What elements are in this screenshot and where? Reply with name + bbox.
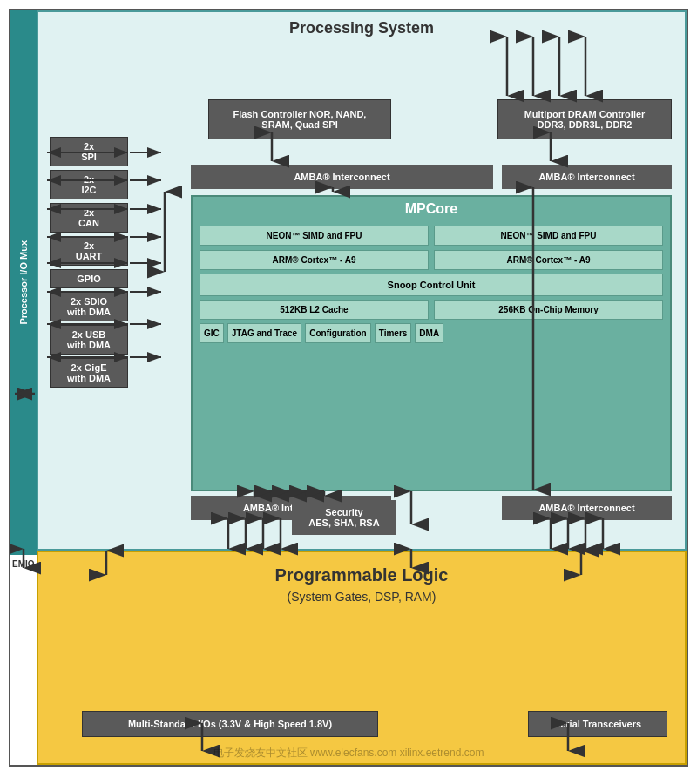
io-mux-label: Processor I/O Mux (18, 240, 29, 325)
watermark: 电子发烧友中文社区 www.elecfans.com xilinx.eetren… (213, 746, 484, 760)
programmable-logic-container: Programmable Logic (System Gates, DSP, R… (37, 551, 687, 765)
cortex-row: ARM® Cortex™ - A9 ARM® Cortex™ - A9 (200, 250, 663, 270)
uart-block: 2xUART (50, 236, 128, 266)
peripheral-column: 2xSPI 2xI2C 2xCAN 2xUART GPIO 2x SDIOwit… (50, 137, 128, 388)
cpu1-neon: NEON™ SIMD and FPU (434, 226, 663, 246)
config-block: Configuration (305, 323, 371, 343)
flash-controller-block: Flash Controller NOR, NAND, SRAM, Quad S… (208, 99, 391, 139)
onchip-memory: 256KB On-Chip Memory (434, 300, 663, 320)
neon-row: NEON™ SIMD and FPU NEON™ SIMD and FPU (200, 226, 663, 246)
processor-io-mux: Processor I/O Mux (10, 10, 37, 555)
gic-block: GIC (200, 323, 224, 343)
timers-block: Timers (375, 323, 412, 343)
cpu0-cortex: ARM® Cortex™ - A9 (200, 250, 429, 270)
gpio-block: GPIO (50, 269, 128, 288)
main-diagram: Processing System Flash Controller NOR, … (9, 9, 688, 767)
l2-cache: 512KB L2 Cache (200, 300, 429, 320)
cpu0-neon: NEON™ SIMD and FPU (200, 226, 429, 246)
i2c-block: 2xI2C (50, 170, 128, 199)
spi-block: 2xSPI (50, 137, 128, 166)
gige-block: 2x GigEwith DMA (50, 358, 128, 388)
processing-system-title: Processing System (38, 12, 685, 44)
multi-standard-io-block: Multi-Standard I/Os (3.3V & High Speed 1… (82, 711, 378, 737)
cache-row: 512KB L2 Cache 256KB On-Chip Memory (200, 300, 663, 320)
programmable-logic-subtitle: (System Gates, DSP, RAM) (38, 590, 685, 604)
misc-row: GIC JTAG and Trace Configuration Timers … (200, 323, 663, 343)
amba-interconnect-top-right: AMBA® Interconnect (502, 165, 672, 189)
mpcore-title: MPCore (193, 197, 670, 221)
mpcore-container: MPCore NEON™ SIMD and FPU NEON™ SIMD and… (191, 195, 672, 491)
dma-block: DMA (415, 323, 443, 343)
jtag-block: JTAG and Trace (227, 323, 301, 343)
security-block: Security AES, SHA, RSA (292, 500, 396, 535)
amba-interconnect-bottom-right: AMBA® Interconnect (502, 496, 672, 520)
can-block: 2xCAN (50, 203, 128, 233)
dram-controller-block: Multiport DRAM Controller DDR3, DDR3L, D… (497, 99, 672, 139)
cpu1-cortex: ARM® Cortex™ - A9 (434, 250, 663, 270)
usb-block: 2x USBwith DMA (50, 325, 128, 355)
programmable-logic-title: Programmable Logic (38, 552, 685, 590)
emio-label: EMIO (12, 559, 35, 569)
sdio-block: 2x SDIOwith DMA (50, 292, 128, 321)
processing-system-container: Processing System Flash Controller NOR, … (37, 10, 687, 551)
amba-interconnect-top-left: AMBA® Interconnect (191, 165, 493, 189)
snoop-control-unit: Snoop Control Unit (200, 274, 663, 296)
serial-transceivers-block: Serial Transceivers (528, 711, 667, 737)
